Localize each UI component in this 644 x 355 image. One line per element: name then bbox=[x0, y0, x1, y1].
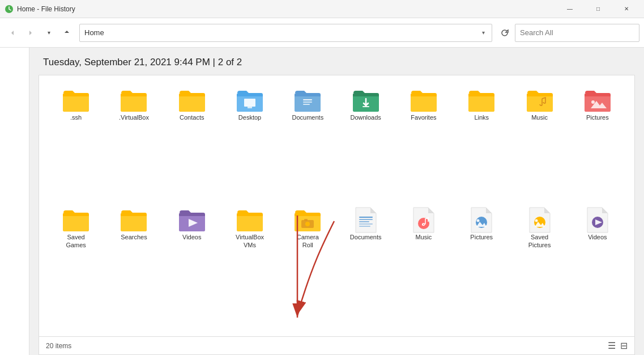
address-input[interactable] bbox=[84, 28, 482, 37]
file-label: Links bbox=[474, 114, 489, 121]
file-label: CameraRoll bbox=[297, 234, 319, 248]
search-input[interactable] bbox=[515, 24, 639, 42]
address-bar[interactable]: ▾ bbox=[79, 24, 492, 42]
svg-point-19 bbox=[477, 219, 480, 222]
file-item-virtualbox[interactable]: .VirtualBox bbox=[106, 84, 161, 200]
file-label: Videos bbox=[588, 234, 607, 241]
svg-point-21 bbox=[535, 219, 538, 222]
svg-rect-5 bbox=[303, 104, 310, 105]
svg-rect-3 bbox=[303, 99, 312, 100]
file-item-contacts[interactable]: Contacts bbox=[164, 84, 220, 200]
file-label: Desktop bbox=[238, 114, 261, 121]
folder-icon bbox=[61, 87, 91, 114]
file-label: .ssh bbox=[70, 114, 82, 121]
file-item-virtualbox-vms[interactable]: VirtualBoxVMs bbox=[222, 204, 278, 327]
item-count: 20 items bbox=[46, 342, 71, 350]
file-label: Contacts bbox=[180, 114, 204, 121]
svg-rect-13 bbox=[359, 219, 373, 220]
folder-icon bbox=[583, 87, 612, 114]
close-button[interactable]: ✕ bbox=[613, 0, 639, 18]
file-item-camera-roll[interactable]: CameraRoll bbox=[280, 204, 335, 327]
file-item-music-folder[interactable]: Music bbox=[511, 84, 567, 200]
music-file-icon bbox=[409, 206, 438, 234]
file-label: Videos bbox=[182, 234, 201, 241]
svg-rect-4 bbox=[303, 102, 312, 103]
file-item-documents[interactable]: Documents bbox=[280, 84, 335, 200]
up-button[interactable] bbox=[59, 25, 75, 41]
document-icon bbox=[351, 206, 381, 234]
svg-rect-6 bbox=[362, 106, 369, 107]
maximize-button[interactable]: □ bbox=[585, 0, 611, 18]
svg-rect-16 bbox=[359, 226, 370, 227]
folder-icon bbox=[177, 206, 207, 234]
view-icons: ☰ ⊟ bbox=[608, 340, 628, 351]
file-item-favorites[interactable]: Favorites bbox=[396, 84, 451, 200]
title-bar-controls: — □ ✕ bbox=[557, 0, 639, 18]
folder-icon bbox=[235, 206, 265, 234]
file-label: Pictures bbox=[470, 234, 493, 241]
file-item-pictures-file[interactable]: Pictures bbox=[454, 204, 509, 327]
folder-icon bbox=[119, 87, 148, 114]
file-label: Documents bbox=[350, 234, 382, 241]
folder-icon bbox=[61, 206, 91, 234]
file-label: Downloads bbox=[350, 114, 381, 121]
file-item-links[interactable]: Links bbox=[454, 84, 509, 200]
list-view-icon[interactable]: ☰ bbox=[608, 340, 616, 351]
svg-rect-12 bbox=[359, 217, 373, 218]
svg-point-7 bbox=[591, 100, 595, 104]
file-label: Pictures bbox=[586, 114, 609, 121]
file-label: Music bbox=[416, 234, 432, 241]
svg-rect-2 bbox=[248, 107, 252, 108]
file-label: Favorites bbox=[411, 114, 436, 121]
file-item-videos-file[interactable]: Videos bbox=[570, 204, 625, 327]
status-bar: 20 items ☰ ⊟ bbox=[39, 336, 634, 354]
content-panel: Tuesday, September 21, 2021 9:44 PM | 2 … bbox=[29, 48, 644, 355]
svg-rect-15 bbox=[359, 223, 373, 225]
file-item-ssh[interactable]: .ssh bbox=[48, 84, 104, 200]
saved-pictures-icon bbox=[525, 206, 555, 234]
file-label: VirtualBoxVMs bbox=[236, 234, 264, 248]
tile-view-icon[interactable]: ⊟ bbox=[620, 340, 628, 351]
file-label: Documents bbox=[292, 114, 324, 121]
file-item-documents-file[interactable]: Documents bbox=[338, 204, 394, 327]
title-bar: Home - File History — □ ✕ bbox=[0, 0, 644, 18]
svg-rect-14 bbox=[359, 221, 369, 222]
app-icon bbox=[5, 5, 14, 14]
file-item-music-file[interactable]: Music bbox=[396, 204, 451, 327]
folder-icon bbox=[177, 87, 207, 114]
folder-icon bbox=[235, 87, 265, 114]
folder-icon bbox=[467, 87, 496, 114]
svg-point-10 bbox=[305, 222, 310, 226]
file-item-videos-folder[interactable]: Videos bbox=[164, 204, 220, 327]
navigation-bar: ▾ ▾ bbox=[0, 18, 644, 48]
folder-icon bbox=[409, 87, 438, 114]
file-item-saved-pictures[interactable]: SavedPictures bbox=[511, 204, 567, 327]
folder-icon bbox=[293, 206, 322, 234]
minimize-button[interactable]: — bbox=[557, 0, 583, 18]
sidebar bbox=[0, 48, 29, 355]
recent-button[interactable]: ▾ bbox=[41, 25, 57, 41]
date-header: Tuesday, September 21, 2021 9:44 PM | 2 … bbox=[34, 48, 639, 75]
refresh-button[interactable] bbox=[497, 25, 513, 41]
folder-icon bbox=[293, 87, 322, 114]
file-item-searches[interactable]: Searches bbox=[106, 204, 161, 327]
file-item-downloads[interactable]: Downloads bbox=[338, 84, 394, 200]
file-label: .VirtualBox bbox=[119, 114, 149, 121]
forward-button[interactable] bbox=[23, 25, 39, 41]
main-content: Tuesday, September 21, 2021 9:44 PM | 2 … bbox=[0, 48, 644, 355]
file-item-pictures-folder[interactable]: Pictures bbox=[570, 84, 625, 200]
folder-icon bbox=[525, 87, 555, 114]
title-bar-left: Home - File History bbox=[5, 5, 75, 14]
svg-rect-1 bbox=[244, 99, 255, 107]
history-container: .ssh .VirtualBox bbox=[39, 75, 635, 355]
file-label: SavedGames bbox=[66, 234, 86, 248]
file-item-desktop[interactable]: Desktop bbox=[222, 84, 278, 200]
file-item-saved-games[interactable]: SavedGames bbox=[48, 204, 104, 327]
file-label: Searches bbox=[121, 234, 147, 241]
back-button[interactable] bbox=[5, 25, 20, 41]
video-file-icon bbox=[583, 206, 612, 234]
window-title: Home - File History bbox=[17, 5, 75, 13]
file-label: SavedPictures bbox=[528, 234, 551, 248]
file-grid: .ssh .VirtualBox bbox=[39, 75, 634, 336]
address-chevron-icon: ▾ bbox=[482, 29, 485, 36]
